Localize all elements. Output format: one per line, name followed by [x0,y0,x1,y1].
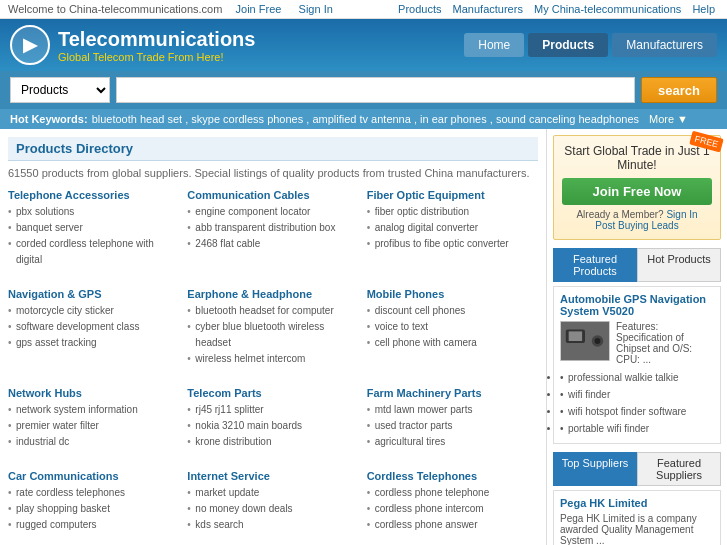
list-item: used tractor parts [367,418,538,434]
keyword-ear-phones[interactable]: in ear phones [420,113,487,125]
category-navigation-gps-link[interactable]: Navigation & GPS [8,288,102,300]
list-item: no money down deals [187,501,358,517]
list-item: industrial dc [8,434,179,450]
category-telephone-accessories-link[interactable]: Telephone Accessories [8,189,130,201]
category-navigation-gps-items: motorcycle city sticker software develop… [8,303,179,351]
more-keywords-button[interactable]: More ▼ [649,113,688,125]
list-item: fiber optic distribution [367,204,538,220]
list-item: kds search [187,517,358,533]
list-item: pbx solutions [8,204,179,220]
site-title: Telecommunications [58,28,255,51]
category-car-communications-link[interactable]: Car Communications [8,470,119,482]
hot-keywords-bar: Hot Keywords: bluetooth head set , skype… [0,109,727,129]
nav-products-link[interactable]: Products [398,3,441,15]
logo-text: Telecommunications Global Telecom Trade … [58,28,255,63]
list-item: wireless helmet intercom [187,351,358,367]
sign-in-sidebar-link[interactable]: Sign In [666,209,697,220]
keyword-tv-antenna[interactable]: amplified tv antenna [312,113,410,125]
category-communication-cables: Communication Cables engine component lo… [187,189,358,268]
svg-point-4 [595,338,601,344]
featured-products-tab[interactable]: Featured Products [553,248,637,282]
category-telecom-parts: Telecom Parts rj45 rj11 splitter nokia 3… [187,387,358,450]
list-item: profibus to fibe optic converter [367,236,538,252]
category-network-hubs-link[interactable]: Network Hubs [8,387,82,399]
category-telecom-parts-items: rj45 rj11 splitter nokia 3210 main board… [187,402,358,450]
svg-rect-2 [569,331,582,341]
category-internet-service-link[interactable]: Internet Service [187,470,270,482]
join-free-link[interactable]: Join Free [236,3,282,15]
category-mobile-phones-items: discount cell phones voice to text cell … [367,303,538,351]
category-farm-machinery-link[interactable]: Farm Machinery Parts [367,387,482,399]
sign-in-link[interactable]: Sign In [299,3,333,15]
category-earphone-headphone-link[interactable]: Earphone & Headphone [187,288,312,300]
site-header: ▶ Telecommunications Global Telecom Trad… [0,19,727,71]
nav-help-link[interactable]: Help [692,3,715,15]
list-item: portable wifi finder [560,420,714,437]
list-item: banquet server [8,220,179,236]
products-dir-title: Products Directory [8,137,538,161]
category-communication-cables-items: engine component locator abb transparent… [187,204,358,252]
top-bar-welcome: Welcome to China-telecommunications.com … [8,3,337,15]
site-subtitle: Global Telecom Trade From Here! [58,51,255,63]
category-car-communications-items: rate cordless telephones play shopping b… [8,485,179,533]
home-nav-button[interactable]: Home [464,33,524,57]
category-telephone-accessories: Telephone Accessories pbx solutions banq… [8,189,179,268]
search-input[interactable] [116,77,635,103]
featured-tabs: Featured Products Hot Products [553,248,721,282]
list-item: professional walkie talkie [560,369,714,386]
hot-products-tab[interactable]: Hot Products [637,248,721,282]
list-item: bluetooth headset for computer [187,303,358,319]
category-communication-cables-link[interactable]: Communication Cables [187,189,309,201]
right-sidebar: FREE Start Global Trade in Just 1 Minute… [547,129,727,545]
product-features-list: professional walkie talkie wifi finder w… [560,369,714,437]
category-telephone-accessories-items: pbx solutions banquet server corded cord… [8,204,179,268]
category-cordless-telephones: Cordless Telephones cordless phone telep… [367,470,538,533]
list-item: agricultural tires [367,434,538,450]
category-mobile-phones: Mobile Phones discount cell phones voice… [367,288,538,367]
category-mobile-phones-link[interactable]: Mobile Phones [367,288,445,300]
category-earphone-headphone: Earphone & Headphone bluetooth headset f… [187,288,358,367]
category-cordless-telephones-link[interactable]: Cordless Telephones [367,470,477,482]
products-nav-button[interactable]: Products [528,33,608,57]
list-item: rj45 rj11 splitter [187,402,358,418]
list-item: gps asset tracking [8,335,179,351]
search-category-select[interactable]: Products [10,77,110,103]
list-item: cordless phone answer [367,517,538,533]
search-button[interactable]: search [641,77,717,103]
logo-icon: ▶ [10,25,50,65]
list-item: corded cordless telephone with digital [8,236,179,268]
manufacturers-nav-button[interactable]: Manufacturers [612,33,717,57]
list-item: discount cell phones [367,303,538,319]
category-fiber-optic-link[interactable]: Fiber Optic Equipment [367,189,485,201]
keyword-skype[interactable]: skype cordless phones [191,113,303,125]
list-item: nokia 3210 main boards [187,418,358,434]
keyword-bluetooth[interactable]: bluetooth head set [92,113,183,125]
supplier-tabs: Top Suppliers Featured Suppliers [553,452,721,486]
category-cordless-telephones-items: cordless phone telephone cordless phone … [367,485,538,533]
list-item: cell phone with camera [367,335,538,351]
post-buying-leads-link[interactable]: Post Buying Leads [595,220,678,231]
nav-my-account-link[interactable]: My China-telecommunications [534,3,681,15]
join-now-button[interactable]: Join Free Now [562,178,712,205]
nav-manufacturers-link[interactable]: Manufacturers [453,3,523,15]
keyword-sound-canceling[interactable]: sound canceling headphones [496,113,639,125]
featured-suppliers-tab[interactable]: Featured Suppliers [637,452,721,486]
list-item: rate cordless telephones [8,485,179,501]
hot-keywords-links: bluetooth head set , skype cordless phon… [92,113,639,125]
category-fiber-optic-items: fiber optic distribution analog digital … [367,204,538,252]
product-thumbnail [560,321,610,361]
category-farm-machinery-items: mtd lawn mower parts used tractor parts … [367,402,538,450]
featured-product-body: Features: Specification of Chipset and O… [560,321,714,365]
list-item: krone distribution [187,434,358,450]
list-item: cordless phone intercom [367,501,538,517]
list-item: premier water filter [8,418,179,434]
category-farm-machinery: Farm Machinery Parts mtd lawn mower part… [367,387,538,450]
list-item: abb transparent distribution box [187,220,358,236]
top-bar-nav: Products Manufacturers My China-telecomm… [394,3,719,15]
category-network-hubs-items: network system information premier water… [8,402,179,450]
featured-product-title: Automobile GPS Navigation System V5020 [560,293,714,317]
top-suppliers-tab[interactable]: Top Suppliers [553,452,637,486]
category-telecom-parts-link[interactable]: Telecom Parts [187,387,261,399]
supplier-name: Pega HK Limited [560,497,714,509]
list-item: software development class [8,319,179,335]
